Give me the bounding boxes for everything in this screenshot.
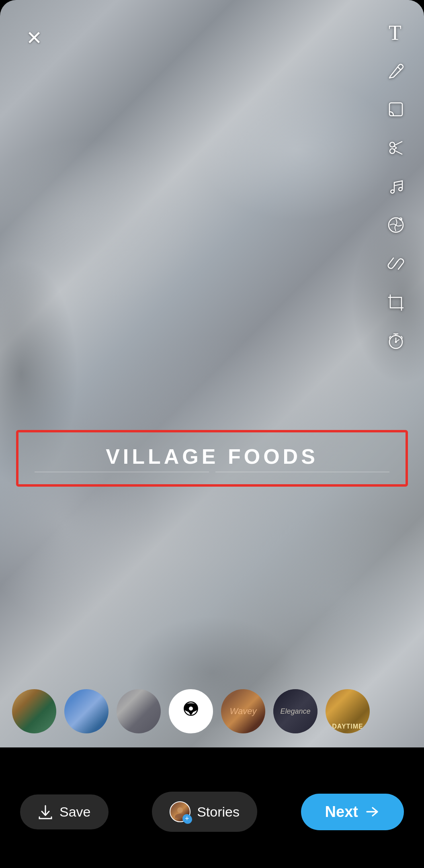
underline-line-right <box>215 472 390 472</box>
next-arrow-icon <box>365 804 380 819</box>
link-tool-button[interactable] <box>384 252 408 276</box>
text-overlay-wrapper: VILLAGE FOODS <box>16 430 408 487</box>
save-label: Save <box>59 804 91 820</box>
close-button[interactable]: ✕ <box>20 24 48 52</box>
save-button[interactable]: Save <box>20 794 109 829</box>
svg-line-8 <box>394 184 402 186</box>
svg-point-16 <box>395 341 397 343</box>
stories-avatar: + <box>170 801 190 822</box>
save-icon <box>38 804 53 819</box>
filter-item-landscape1[interactable] <box>12 689 56 733</box>
filter-item-elegance[interactable]: Elegance <box>273 689 317 733</box>
svg-rect-1 <box>389 103 402 116</box>
timer-tool-button[interactable] <box>384 329 408 353</box>
music-tool-button[interactable] <box>384 174 408 199</box>
next-label: Next <box>325 803 358 821</box>
svg-point-2 <box>390 142 395 147</box>
bottom-bar: Save + Stories Next <box>0 755 424 868</box>
main-canvas <box>0 0 424 747</box>
filter-item-portrait1[interactable]: Wavey <box>221 689 265 733</box>
stories-label: Stories <box>197 804 240 820</box>
svg-point-19 <box>189 706 193 710</box>
right-toolbar: T <box>384 20 408 353</box>
effects-tool-button[interactable] <box>384 213 408 237</box>
stories-button[interactable]: + Stories <box>152 792 257 832</box>
village-foods-text: VILLAGE FOODS <box>35 444 389 469</box>
filter-item-landscape2[interactable] <box>64 689 109 733</box>
svg-rect-12 <box>390 297 401 308</box>
filter-item-daytime[interactable]: DAYTIME <box>326 689 370 733</box>
filter-item-landscape3[interactable] <box>117 689 161 733</box>
next-button[interactable]: Next <box>301 794 404 830</box>
phone-container: ✕ T <box>0 0 424 868</box>
svg-line-5 <box>394 150 402 154</box>
text-underline <box>35 472 389 472</box>
svg-point-3 <box>390 149 395 154</box>
crop-tool-button[interactable] <box>384 290 408 314</box>
filter-item-location[interactable] <box>169 689 213 733</box>
draw-tool-button[interactable] <box>384 59 408 83</box>
sticker-tool-button[interactable] <box>384 97 408 121</box>
svg-text:T: T <box>389 21 401 43</box>
text-tool-button[interactable]: T <box>384 20 408 44</box>
svg-line-4 <box>394 141 402 145</box>
close-icon: ✕ <box>26 29 42 48</box>
svg-point-20 <box>177 807 183 813</box>
underline-line-left <box>35 472 209 472</box>
avatar-icon <box>173 805 187 819</box>
filter-row: Wavey Elegance DAYTIME <box>0 683 424 739</box>
scissors-tool-button[interactable] <box>384 136 408 160</box>
red-border-box: VILLAGE FOODS <box>16 430 408 487</box>
svg-line-7 <box>394 148 397 149</box>
